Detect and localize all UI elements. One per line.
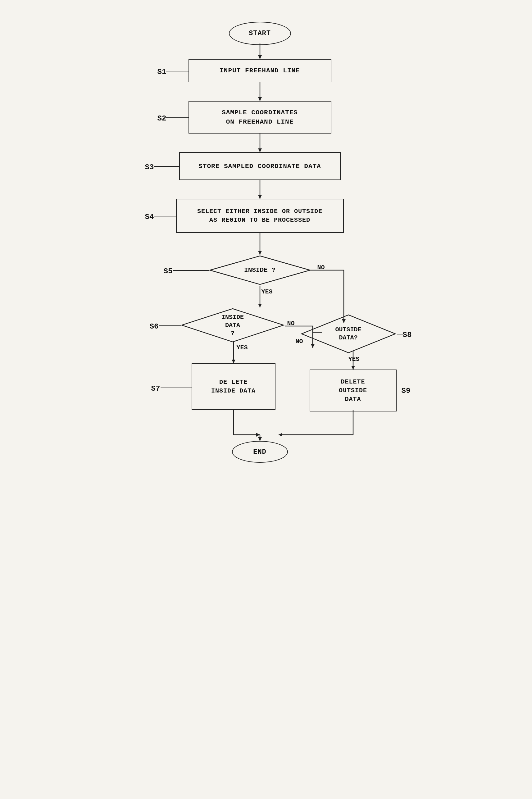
s3-line: [154, 166, 179, 167]
s5-label: S5: [164, 267, 173, 275]
s8-node: OUTSIDE DATA?: [300, 313, 397, 354]
svg-marker-16: [232, 360, 235, 363]
s9-label: S9: [402, 387, 411, 395]
svg-marker-1: [258, 55, 262, 59]
s8-no-label: NO: [296, 338, 303, 345]
flowchart: START INPUT FREEHAND LINE S1 SAMPLE COOR…: [127, 13, 406, 789]
s3-node: STORE SAMPLED COORDINATE DATA: [179, 152, 341, 180]
svg-marker-26: [256, 433, 260, 437]
s1-label: S1: [157, 68, 167, 76]
start-node: START: [229, 22, 291, 45]
s7-label: S7: [151, 384, 160, 393]
svg-marker-7: [258, 195, 262, 199]
s2-node: SAMPLE COORDINATES ON FREEHAND LINE: [189, 101, 331, 134]
s8-line: [397, 334, 403, 335]
s9-node: DELETE OUTSIDE DATA: [310, 369, 397, 412]
s9-line: [397, 390, 402, 390]
s4-label: S4: [145, 213, 154, 221]
s2-label: S2: [157, 114, 167, 123]
svg-marker-23: [351, 366, 355, 369]
svg-marker-9: [258, 251, 262, 255]
s4-node: SELECT EITHER INSIDE OR OUTSIDE AS REGIO…: [176, 199, 344, 233]
s1-node: INPUT FREEHAND LINE: [189, 59, 331, 82]
s3-label: S3: [145, 163, 154, 171]
s5-yes-label: YES: [262, 288, 273, 295]
s5-line: [173, 270, 209, 271]
svg-marker-29: [279, 433, 282, 437]
s6-line: [159, 325, 181, 326]
s6-yes-label: YES: [236, 344, 248, 351]
s6-no-label: NO: [287, 320, 295, 327]
svg-marker-11: [258, 304, 262, 307]
end-node: END: [232, 441, 288, 463]
s7-node: DE LETE INSIDE DATA: [192, 363, 276, 410]
s7-line: [160, 387, 192, 388]
svg-marker-31: [258, 437, 262, 441]
s5-node: INSIDE ?: [209, 255, 311, 286]
s2-line: [166, 117, 189, 118]
s6-node: INSIDE DATA ?: [181, 307, 285, 343]
s8-yes-label: YES: [348, 356, 360, 363]
s6-label: S6: [150, 322, 159, 331]
s1-line: [166, 71, 189, 72]
s5-no-label: NO: [317, 264, 325, 271]
s8-label: S8: [403, 331, 412, 339]
svg-marker-5: [258, 149, 262, 152]
svg-marker-3: [258, 97, 262, 101]
s4-line: [154, 216, 176, 216]
